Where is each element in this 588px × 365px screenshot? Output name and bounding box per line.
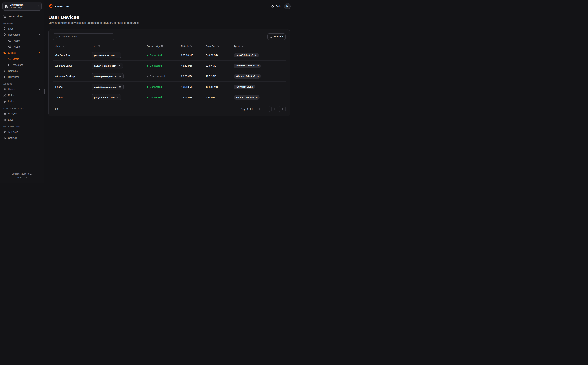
brand[interactable]: PANGOLIN	[48, 4, 69, 9]
column-header-data-out[interactable]: Data Out	[204, 45, 232, 48]
sort-icon	[98, 45, 100, 47]
data-in: 23.36 GB	[179, 75, 204, 78]
sidebar-item-label: Logs	[8, 118, 13, 121]
sidebar-item-links[interactable]: Links	[2, 98, 42, 104]
column-header-name[interactable]: Name	[53, 45, 90, 48]
theme-toggle[interactable]: Dark	[271, 5, 281, 8]
table-row: iPhone david@example.com Connected 181.1…	[53, 82, 286, 92]
chevrons-left-icon	[258, 108, 260, 110]
topbar: PANGOLIN Dark M	[44, 0, 294, 12]
sidebar-item-roles[interactable]: Roles	[2, 92, 42, 98]
globe-lock-icon	[8, 45, 11, 48]
table-row: Windows Desktop chloe@example.com Discon…	[53, 71, 286, 82]
sidebar-resize-handle[interactable]	[44, 89, 45, 94]
chevron-down-icon	[38, 88, 41, 91]
refresh-button[interactable]: Refresh	[267, 34, 286, 40]
page-size-select[interactable]: 20	[53, 106, 64, 112]
sidebar-item-private[interactable]: Private	[7, 44, 42, 50]
sidebar-item-sites[interactable]: Sites	[2, 26, 42, 32]
user-link-button[interactable]: chloe@example.com	[92, 73, 124, 79]
table-row: Android jeff@example.com Connected 18.63…	[53, 92, 286, 103]
org-switcher-value: ACME Corp.	[10, 6, 35, 9]
next-page-button[interactable]	[271, 106, 278, 112]
section-label-organization: Organization	[3, 126, 41, 128]
device-name: Windows Lapto	[53, 64, 90, 67]
theme-label: Dark	[275, 5, 281, 7]
sidebar-item-label: Settings	[8, 137, 17, 139]
data-in: 181.13 MB	[179, 85, 204, 88]
user-link-button[interactable]: jeff@example.com	[92, 52, 121, 58]
arrow-up-right-icon	[116, 96, 119, 98]
data-in: 43.52 MB	[179, 64, 204, 67]
column-label: Name	[55, 45, 61, 48]
sidebar-item-client-users[interactable]: Users	[7, 56, 42, 62]
column-label: Data Out	[206, 45, 215, 48]
resources-subnav: Public Private	[5, 38, 42, 50]
connectivity-status: Connected	[144, 54, 179, 57]
columns-visibility-icon[interactable]	[283, 45, 286, 48]
avatar[interactable]: M	[284, 3, 291, 9]
version-link[interactable]: v1.13.0	[2, 176, 42, 179]
sidebar-item-settings[interactable]: Settings	[2, 135, 42, 141]
moon-icon	[271, 5, 274, 8]
clients-subnav: Users Machines	[5, 56, 42, 68]
search-input[interactable]	[59, 35, 112, 38]
data-out: 4.11 MB	[204, 96, 232, 99]
card-toolbar: Refresh	[49, 29, 290, 42]
sidebar-item-users[interactable]: Users	[2, 86, 42, 92]
sidebar-item-domains[interactable]: Domains	[2, 68, 42, 74]
main-area: PANGOLIN Dark M User Devices View and ma…	[44, 0, 294, 182]
column-header-user[interactable]: User	[90, 45, 144, 48]
link-icon	[3, 100, 6, 103]
sidebar-item-blueprints[interactable]: Blueprints	[2, 74, 42, 80]
sidebar-item-label: Users	[8, 88, 14, 91]
first-page-button[interactable]	[256, 106, 262, 112]
column-header-agent[interactable]: Agent	[232, 45, 280, 48]
column-label: Connectivity	[147, 45, 160, 48]
prev-page-button[interactable]	[264, 106, 270, 112]
sidebar-item-public[interactable]: Public	[7, 38, 42, 44]
data-in: 280.10 MB	[179, 54, 204, 57]
refresh-label: Refresh	[274, 35, 283, 38]
sidebar-item-api-keys[interactable]: API Keys	[2, 129, 42, 135]
sort-icon	[241, 45, 244, 47]
data-out: 124.41 MB	[204, 85, 232, 88]
sidebar-item-clients[interactable]: Clients	[2, 50, 42, 56]
agent-badge: Android Client v0.1.0	[234, 95, 260, 100]
sidebar-item-analytics[interactable]: Analytics	[2, 111, 42, 117]
column-label: User	[92, 45, 97, 48]
column-label: Agent	[234, 45, 240, 48]
arrow-up-right-icon	[119, 75, 121, 77]
user-link-button[interactable]: david@example.com	[92, 84, 124, 90]
column-label: Data In	[181, 45, 189, 48]
user-email: sally@example.com	[94, 64, 116, 67]
org-switcher[interactable]: Organization ACME Corp.	[2, 2, 42, 11]
last-page-button[interactable]	[279, 106, 286, 112]
external-link-icon	[25, 176, 27, 179]
sidebar-item-resources[interactable]: Resources	[2, 32, 42, 38]
receipt-icon	[3, 76, 6, 78]
sidebar-item-logs[interactable]: Logs	[2, 117, 42, 123]
edition-link[interactable]: Enterprise Edition	[2, 173, 42, 175]
users-icon	[3, 94, 6, 97]
sort-icon	[190, 45, 192, 47]
data-out: 346.91 MB	[204, 54, 232, 57]
user-email: chloe@example.com	[94, 75, 117, 78]
sort-icon	[161, 45, 163, 47]
column-header-connectivity[interactable]: Connectivity	[144, 45, 179, 48]
brand-name: PANGOLIN	[55, 5, 69, 8]
user-email: david@example.com	[94, 86, 117, 88]
sidebar-item-machines[interactable]: Machines	[7, 62, 42, 68]
device-name: iPhone	[53, 85, 90, 88]
user-link-button[interactable]: sally@example.com	[92, 63, 123, 69]
user-link-button[interactable]: jeff@example.com	[92, 94, 121, 100]
connectivity-status: Connected	[144, 96, 179, 99]
pager: Page 1 of 1	[240, 106, 286, 112]
status-dot	[147, 97, 148, 98]
sidebar-item-label: Domains	[8, 70, 18, 72]
section-label-general: General	[3, 22, 41, 24]
combine-icon	[3, 27, 6, 30]
sidebar-item-server-admin[interactable]: Server Admin	[2, 13, 42, 19]
column-header-data-in[interactable]: Data In	[179, 45, 204, 48]
chevron-up-icon	[38, 34, 41, 36]
